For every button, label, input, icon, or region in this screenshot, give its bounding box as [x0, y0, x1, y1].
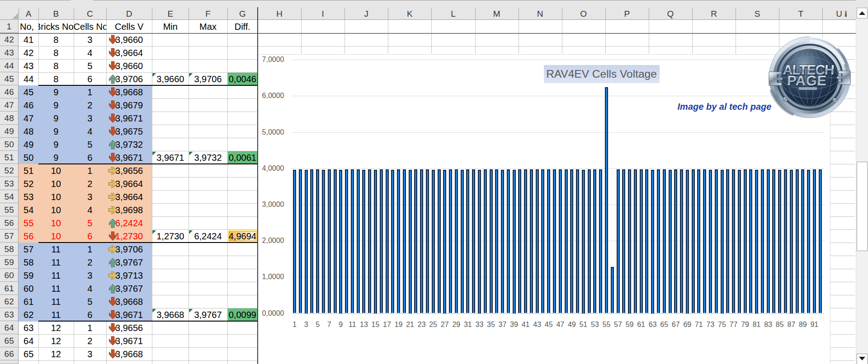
svg-text:PAGE: PAGE	[787, 73, 827, 89]
